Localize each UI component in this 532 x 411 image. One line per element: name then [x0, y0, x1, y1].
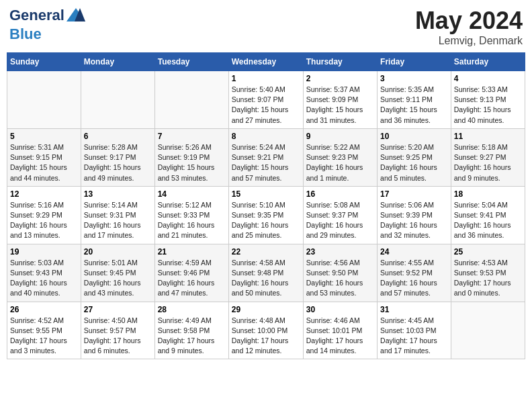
day-info: Sunrise: 5:04 AM Sunset: 9:41 PM Dayligh…: [454, 200, 522, 241]
day-number: 3: [380, 74, 448, 83]
day-number: 8: [232, 132, 300, 141]
calendar-cell: 26Sunrise: 4:52 AM Sunset: 9:55 PM Dayli…: [7, 302, 81, 359]
calendar-cell: 4Sunrise: 5:33 AM Sunset: 9:13 PM Daylig…: [451, 71, 525, 129]
day-number: 22: [232, 247, 300, 257]
day-info: Sunrise: 5:22 AM Sunset: 9:23 PM Dayligh…: [306, 142, 374, 183]
day-info: Sunrise: 5:10 AM Sunset: 9:35 PM Dayligh…: [232, 200, 300, 241]
week-row-3: 12Sunrise: 5:16 AM Sunset: 9:29 PM Dayli…: [7, 186, 525, 244]
calendar-cell: 7Sunrise: 5:26 AM Sunset: 9:19 PM Daylig…: [154, 128, 228, 186]
calendar-cell: [7, 71, 81, 129]
day-number: 20: [84, 247, 152, 257]
calendar-cell: 10Sunrise: 5:20 AM Sunset: 9:25 PM Dayli…: [378, 128, 451, 186]
day-header-friday: Friday: [378, 53, 451, 71]
day-info: Sunrise: 5:08 AM Sunset: 9:37 PM Dayligh…: [306, 200, 374, 241]
day-info: Sunrise: 4:49 AM Sunset: 9:58 PM Dayligh…: [158, 316, 226, 357]
day-number: 30: [306, 305, 374, 314]
day-number: 24: [380, 247, 448, 257]
day-number: 4: [454, 74, 522, 83]
day-number: 12: [10, 189, 78, 199]
week-row-5: 26Sunrise: 4:52 AM Sunset: 9:55 PM Dayli…: [7, 302, 525, 359]
day-number: 14: [158, 189, 226, 199]
calendar-cell: 30Sunrise: 4:46 AM Sunset: 10:01 PM Dayl…: [303, 302, 377, 359]
day-number: 7: [158, 132, 226, 141]
calendar-cell: [81, 71, 154, 129]
calendar-cell: 25Sunrise: 4:53 AM Sunset: 9:53 PM Dayli…: [451, 244, 525, 302]
calendar-cell: 8Sunrise: 5:24 AM Sunset: 9:21 PM Daylig…: [228, 128, 303, 186]
day-info: Sunrise: 5:28 AM Sunset: 9:17 PM Dayligh…: [84, 142, 152, 183]
calendar-cell: 17Sunrise: 5:06 AM Sunset: 9:39 PM Dayli…: [378, 186, 451, 244]
day-header-sunday: Sunday: [7, 53, 81, 71]
calendar-cell: 29Sunrise: 4:48 AM Sunset: 10:00 PM Dayl…: [228, 302, 303, 359]
day-number: 29: [232, 305, 300, 314]
calendar-cell: 15Sunrise: 5:10 AM Sunset: 9:35 PM Dayli…: [228, 186, 303, 244]
day-info: Sunrise: 4:45 AM Sunset: 10:03 PM Daylig…: [380, 316, 448, 357]
month-title: May 2024: [415, 7, 523, 35]
week-row-4: 19Sunrise: 5:03 AM Sunset: 9:43 PM Dayli…: [7, 244, 525, 302]
day-header-saturday: Saturday: [451, 53, 525, 71]
day-info: Sunrise: 5:14 AM Sunset: 9:31 PM Dayligh…: [84, 200, 152, 241]
calendar-cell: 21Sunrise: 4:59 AM Sunset: 9:46 PM Dayli…: [154, 244, 228, 302]
day-number: 23: [306, 247, 374, 257]
day-info: Sunrise: 5:20 AM Sunset: 9:25 PM Dayligh…: [380, 142, 448, 183]
calendar-cell: 19Sunrise: 5:03 AM Sunset: 9:43 PM Dayli…: [7, 244, 81, 302]
calendar-cell: 24Sunrise: 4:55 AM Sunset: 9:52 PM Dayli…: [378, 244, 451, 302]
day-info: Sunrise: 5:18 AM Sunset: 9:27 PM Dayligh…: [454, 142, 522, 183]
day-info: Sunrise: 5:24 AM Sunset: 9:21 PM Dayligh…: [232, 142, 300, 183]
logo-blue: Blue: [9, 26, 85, 42]
day-info: Sunrise: 4:46 AM Sunset: 10:01 PM Daylig…: [306, 316, 374, 357]
calendar-cell: 16Sunrise: 5:08 AM Sunset: 9:37 PM Dayli…: [303, 186, 377, 244]
day-info: Sunrise: 5:16 AM Sunset: 9:29 PM Dayligh…: [10, 200, 78, 241]
calendar-cell: [451, 302, 525, 359]
day-number: 18: [454, 189, 522, 199]
day-number: 10: [380, 132, 448, 141]
calendar-cell: 2Sunrise: 5:37 AM Sunset: 9:09 PM Daylig…: [303, 71, 377, 129]
title-block: May 2024 Lemvig, Denmark: [415, 7, 523, 47]
day-info: Sunrise: 4:56 AM Sunset: 9:50 PM Dayligh…: [306, 258, 374, 299]
day-number: 28: [158, 305, 226, 314]
calendar-cell: 22Sunrise: 4:58 AM Sunset: 9:48 PM Dayli…: [228, 244, 303, 302]
day-number: 19: [10, 247, 78, 257]
day-number: 6: [84, 132, 152, 141]
calendar-cell: 27Sunrise: 4:50 AM Sunset: 9:57 PM Dayli…: [81, 302, 154, 359]
logo: General Blue: [9, 7, 85, 42]
day-number: 27: [84, 305, 152, 314]
calendar-cell: 11Sunrise: 5:18 AM Sunset: 9:27 PM Dayli…: [451, 128, 525, 186]
calendar-cell: 23Sunrise: 4:56 AM Sunset: 9:50 PM Dayli…: [303, 244, 377, 302]
page-header: General Blue May 2024 Lemvig, Denmark: [7, 7, 525, 47]
location: Lemvig, Denmark: [415, 35, 523, 47]
day-number: 2: [306, 74, 374, 83]
day-header-tuesday: Tuesday: [154, 53, 228, 71]
week-row-2: 5Sunrise: 5:31 AM Sunset: 9:15 PM Daylig…: [7, 128, 525, 186]
day-info: Sunrise: 5:31 AM Sunset: 9:15 PM Dayligh…: [10, 142, 78, 183]
day-number: 1: [232, 74, 300, 83]
calendar-cell: 6Sunrise: 5:28 AM Sunset: 9:17 PM Daylig…: [81, 128, 154, 186]
logo-icon: [66, 7, 85, 23]
calendar-cell: 9Sunrise: 5:22 AM Sunset: 9:23 PM Daylig…: [303, 128, 377, 186]
calendar-cell: 13Sunrise: 5:14 AM Sunset: 9:31 PM Dayli…: [81, 186, 154, 244]
day-info: Sunrise: 4:55 AM Sunset: 9:52 PM Dayligh…: [380, 258, 448, 299]
day-number: 16: [306, 189, 374, 199]
day-info: Sunrise: 5:01 AM Sunset: 9:45 PM Dayligh…: [84, 258, 152, 299]
calendar-cell: 1Sunrise: 5:40 AM Sunset: 9:07 PM Daylig…: [228, 71, 303, 129]
day-number: 5: [10, 132, 78, 141]
day-info: Sunrise: 4:50 AM Sunset: 9:57 PM Dayligh…: [84, 316, 152, 357]
day-info: Sunrise: 4:52 AM Sunset: 9:55 PM Dayligh…: [10, 316, 78, 357]
day-number: 11: [454, 132, 522, 141]
day-info: Sunrise: 4:48 AM Sunset: 10:00 PM Daylig…: [232, 316, 300, 357]
day-number: 9: [306, 132, 374, 141]
day-info: Sunrise: 4:59 AM Sunset: 9:46 PM Dayligh…: [158, 258, 226, 299]
logo-text: General: [9, 7, 85, 26]
day-number: 25: [454, 247, 522, 257]
day-number: 17: [380, 189, 448, 199]
day-number: 13: [84, 189, 152, 199]
day-number: 15: [232, 189, 300, 199]
day-info: Sunrise: 5:26 AM Sunset: 9:19 PM Dayligh…: [158, 142, 226, 183]
calendar-cell: 5Sunrise: 5:31 AM Sunset: 9:15 PM Daylig…: [7, 128, 81, 186]
day-info: Sunrise: 5:40 AM Sunset: 9:07 PM Dayligh…: [232, 85, 300, 126]
day-info: Sunrise: 5:37 AM Sunset: 9:09 PM Dayligh…: [306, 85, 374, 126]
day-info: Sunrise: 5:03 AM Sunset: 9:43 PM Dayligh…: [10, 258, 78, 299]
calendar-cell: 31Sunrise: 4:45 AM Sunset: 10:03 PM Dayl…: [378, 302, 451, 359]
day-number: 31: [380, 305, 448, 314]
calendar-cell: 28Sunrise: 4:49 AM Sunset: 9:58 PM Dayli…: [154, 302, 228, 359]
calendar-cell: 12Sunrise: 5:16 AM Sunset: 9:29 PM Dayli…: [7, 186, 81, 244]
